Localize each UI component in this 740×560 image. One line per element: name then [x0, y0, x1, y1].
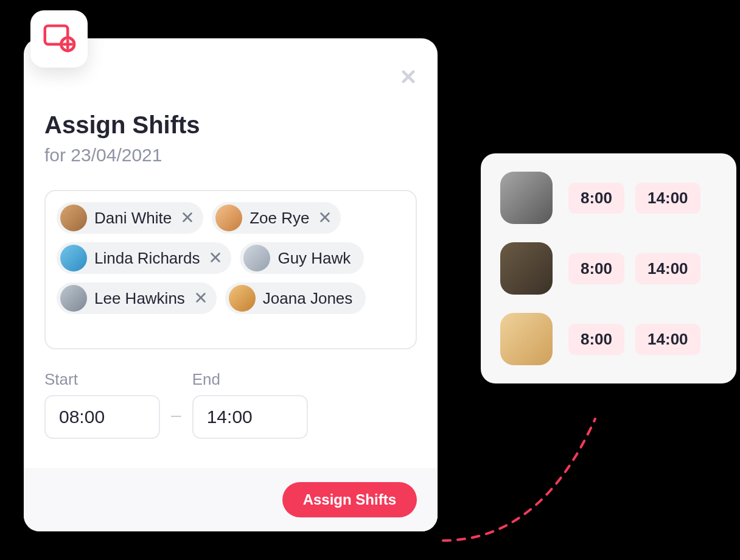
person-chip[interactable]: Joana Jones: [225, 282, 366, 314]
person-chip[interactable]: Guy Hawk: [240, 242, 364, 274]
preview-times: 8:0014:00: [568, 324, 700, 355]
people-selector[interactable]: Dani WhiteZoe RyeLinda RichardsGuy HawkL…: [44, 190, 417, 349]
add-shift-icon: [41, 23, 77, 55]
preview-times: 8:0014:00: [568, 183, 700, 214]
shift-start-pill: 8:00: [568, 324, 624, 355]
person-chip-label: Joana Jones: [263, 289, 352, 308]
preview-row: 8:0014:00: [500, 313, 717, 365]
person-chip[interactable]: Linda Richards: [57, 242, 231, 274]
end-time-input[interactable]: [192, 395, 308, 439]
assign-shifts-modal: Assign Shifts for 23/04/2021 Dani WhiteZ…: [24, 38, 438, 531]
close-button[interactable]: [396, 65, 421, 89]
avatar: [60, 245, 87, 271]
avatar: [60, 205, 87, 231]
connector-curve: [437, 413, 620, 547]
avatar: [215, 205, 242, 231]
end-label: End: [192, 370, 308, 389]
shift-end-pill: 14:00: [635, 324, 700, 355]
avatar: [500, 242, 553, 295]
person-chip[interactable]: Dani White: [57, 202, 203, 234]
start-label: Start: [44, 370, 160, 389]
shift-start-pill: 8:00: [568, 253, 624, 284]
close-icon: [400, 68, 417, 87]
remove-person-button[interactable]: [194, 291, 208, 306]
shift-end-pill: 14:00: [635, 253, 700, 284]
remove-person-button[interactable]: [208, 251, 223, 265]
person-chip[interactable]: Lee Hawkins: [57, 282, 217, 314]
shift-preview-card: 8:0014:008:0014:008:0014:00: [481, 153, 736, 383]
avatar: [60, 285, 87, 312]
person-chip-label: Lee Hawkins: [94, 289, 185, 308]
avatar: [500, 172, 553, 224]
remove-person-button[interactable]: [180, 211, 195, 225]
time-range-row: Start – End: [44, 370, 417, 439]
modal-subtitle: for 23/04/2021: [44, 145, 417, 166]
preview-times: 8:0014:00: [568, 253, 700, 284]
close-icon: [209, 251, 222, 266]
time-range-dash: –: [171, 405, 181, 439]
avatar: [500, 313, 553, 365]
avatar: [243, 245, 270, 271]
modal-title: Assign Shifts: [44, 111, 417, 139]
person-chip-label: Dani White: [94, 209, 172, 228]
remove-person-button[interactable]: [318, 211, 332, 225]
preview-row: 8:0014:00: [500, 242, 717, 295]
shift-end-pill: 14:00: [635, 183, 700, 214]
close-icon: [194, 291, 208, 306]
start-time-input[interactable]: [44, 395, 160, 439]
preview-row: 8:0014:00: [500, 172, 717, 224]
add-shift-badge: [30, 10, 88, 68]
person-chip-label: Guy Hawk: [278, 249, 351, 268]
close-icon: [318, 211, 332, 226]
person-chip-label: Linda Richards: [94, 249, 200, 268]
person-chip-label: Zoe Rye: [250, 209, 309, 228]
avatar: [229, 285, 256, 312]
close-icon: [181, 211, 194, 226]
shift-start-pill: 8:00: [568, 183, 624, 214]
modal-footer: Assign Shifts: [24, 468, 438, 531]
person-chip[interactable]: Zoe Rye: [212, 202, 341, 234]
assign-button[interactable]: Assign Shifts: [282, 482, 417, 517]
